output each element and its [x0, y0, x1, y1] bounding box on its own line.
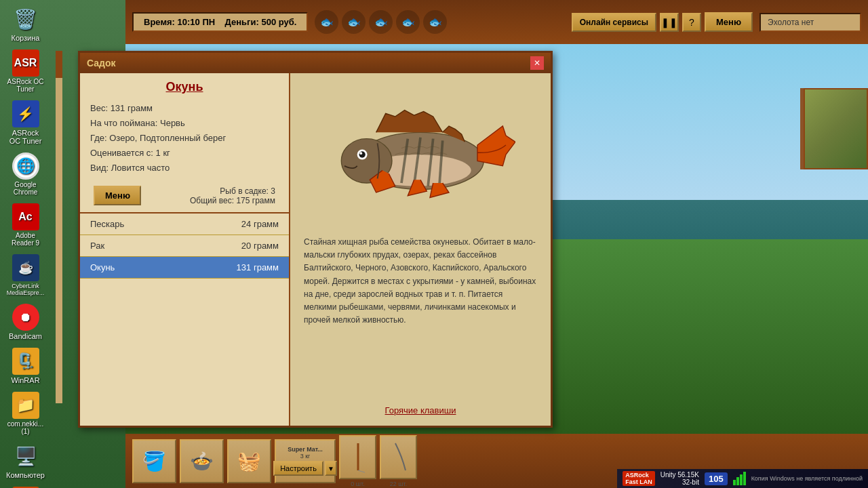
fish-list-item-2[interactable]: Окунь 131 грамм [80, 257, 289, 279]
setup-button[interactable]: Настроить [273, 461, 323, 476]
dropdown-button[interactable]: ▼ [325, 461, 337, 476]
sadok-left-panel: Окунь Вес: 131 грамм На что поймана: Чер… [80, 73, 290, 426]
type-label: Вид: [90, 163, 108, 173]
game-info-box: Время: 10:10 ПН Деньги: 500 руб. [132, 12, 308, 32]
desktop-icon-asrockboot[interactable]: ⚡ ASRockInstantBoot [3, 485, 47, 488]
windows-notice: Копия Windows не является подлинной [751, 475, 863, 482]
tray-network: Unity 56.15K 32-bit [660, 471, 699, 486]
desktop: 🗑️ Корзина ASR ASRock OCTuner ⚡ ASRock O… [0, 0, 868, 488]
bait-value: Червь [160, 118, 185, 128]
desktop-icon-adobe[interactable]: Ac AdobeReader 9 [3, 201, 47, 249]
total-weight-value: 175 грамм [236, 196, 275, 205]
bar1 [733, 480, 736, 485]
fish-list-item-1[interactable]: Рак 20 грамм [80, 235, 289, 257]
bait-icon-4[interactable]: 🐟 [396, 10, 420, 34]
bucket-slot[interactable]: 🪣 [132, 439, 176, 483]
scroll-thumb[interactable] [56, 51, 62, 78]
fish-item-weight-0: 24 грамм [241, 219, 279, 229]
location-value: Озеро, Подтопленный берег [109, 133, 226, 143]
money-label: Деньги: [225, 17, 259, 27]
money-value: 500 руб. [261, 17, 296, 27]
bar3 [740, 474, 743, 485]
tray-speed: Unity 56.15K [660, 471, 699, 479]
desktop-icon-computer[interactable]: 🖥️ Компьютер [3, 441, 47, 481]
fish-location-line: Где: Озеро, Подтопленный берег [90, 131, 279, 146]
rod1-slot[interactable] [339, 435, 376, 479]
bait-icon-1[interactable]: 🐟 [315, 10, 338, 34]
type-value: Ловится часто [111, 163, 170, 173]
desktop-icons: 🗑️ Корзина ASR ASRock OCTuner ⚡ ASRock O… [0, 0, 51, 488]
desktop-icon-cyberlink[interactable]: ☕ CyberLinkMediaEspre... [3, 252, 47, 298]
sadok-right-panel: Стайная хищная рыба семейства окуневых. … [290, 73, 551, 426]
sadok-content: Окунь Вес: 131 грамм На что поймана: Чер… [80, 73, 551, 426]
desktop-icon-asrock[interactable]: ASR ASRock OCTuner [3, 47, 47, 95]
super-label: Super Мат... [288, 446, 323, 453]
fish-count-value: 3 [271, 186, 275, 196]
desktop-icon-winrar[interactable]: 🗜️ WinRAR [3, 346, 47, 386]
fish-bait-line: На что поймана: Червь [90, 116, 279, 131]
fish-weight-line: Вес: 131 грамм [90, 101, 279, 116]
total-weight-line: Общий вес: 175 грамм [190, 196, 275, 205]
sadok-dialog: Садок ✕ Окунь Вес: 131 грамм На что пойм… [78, 51, 553, 428]
fish-item-name-0: Пескарь [90, 219, 124, 229]
fish-count-line: Рыб в садке: 3 [190, 186, 275, 196]
fish-item-weight-2: 131 грамм [237, 262, 279, 272]
toolbar-basket: 🧺 [227, 439, 271, 483]
fish-name: Окунь [80, 73, 289, 98]
pause-button[interactable]: ❚❚ [660, 13, 679, 32]
fish-type-line: Вид: Ловится часто [90, 161, 279, 176]
fish-image [326, 94, 515, 216]
echo-box: Эхолота нет [760, 13, 861, 32]
desktop-icon-basket[interactable]: 🗑️ Корзина [3, 3, 47, 44]
bait-icon-5[interactable]: 🐟 [423, 10, 447, 34]
desktop-icon-bandicam[interactable]: ⏺ Bandicam [3, 302, 47, 342]
tray-counter: 105 [705, 472, 728, 485]
fish-price-line: Оценивается с: 1 кг [90, 146, 279, 161]
game-topbar: Время: 10:10 ПН Деньги: 500 руб. 🐟 🐟 🐟 🐟… [125, 0, 868, 44]
rod2-slot[interactable] [380, 435, 417, 479]
location-label: Где: [90, 133, 107, 143]
weight-value: 131 грамм [111, 103, 153, 113]
fish-info: Вес: 131 грамм На что поймана: Червь Где… [80, 98, 289, 179]
fish-description: Стайная хищная рыба семейства окуневых. … [297, 229, 544, 402]
map-thumbnail[interactable] [804, 88, 868, 169]
desktop-icon-folder[interactable]: 📁 com.nekki...(1) [3, 390, 47, 437]
game-control-buttons: Онлайн сервисы ❚❚ ? Меню [572, 12, 753, 32]
bar4 [743, 472, 746, 485]
svg-point-10 [359, 151, 365, 157]
online-services-button[interactable]: Онлайн сервисы [572, 13, 656, 32]
desktop-icon-chrome[interactable]: 🌐 GoogleChrome [3, 150, 47, 198]
echo-text: Эхолота нет [768, 18, 814, 27]
fish-stats: Рыб в садке: 3 Общий вес: 175 грамм [183, 183, 282, 209]
desktop-icon-xfast[interactable]: ⚡ ASRock OC Tuner [3, 98, 47, 147]
weight-label: Вес: [90, 103, 108, 113]
fish-list-item-0[interactable]: Пескарь 24 грамм [80, 214, 289, 235]
fish-menu-button[interactable]: Меню [94, 186, 141, 205]
bait-icon-2[interactable]: 🐟 [342, 10, 366, 34]
super-sub: 3 кг [300, 453, 311, 460]
svg-point-11 [359, 152, 362, 155]
bait-icon-3[interactable]: 🐟 [369, 10, 393, 34]
fish-desc-text: Стайная хищная рыба семейства окуневых. … [304, 237, 536, 325]
main-menu-button[interactable]: Меню [705, 12, 753, 32]
toolbar-bucket: 🪣 [132, 439, 176, 483]
rod1-icon [344, 440, 372, 474]
super-slot[interactable]: Super Мат... 3 кг Настроить ▼ [275, 439, 336, 483]
help-button[interactable]: ? [682, 13, 701, 32]
svg-line-1 [358, 470, 365, 472]
bait-label: На что поймана: [90, 118, 157, 128]
bowl-slot[interactable]: 🍲 [180, 439, 224, 483]
toolbar-bowl: 🍲 [180, 439, 224, 483]
sadok-close-button[interactable]: ✕ [530, 56, 544, 70]
time-value: 10:10 ПН [178, 17, 216, 27]
fish-count-label: Рыб в садке: [220, 186, 269, 196]
asrock-tray: ASRockFast LAN [623, 471, 655, 486]
rod1-count: 0 шт. [351, 481, 364, 487]
hotkeys-link[interactable]: Горячие клавиши [378, 402, 463, 419]
system-tray: ASRockFast LAN Unity 56.15K 32-bit 105 К… [617, 469, 868, 488]
price-value: 1 кг [156, 148, 170, 158]
basket-slot[interactable]: 🧺 [227, 439, 271, 483]
fish-item-weight-1: 20 грамм [241, 241, 279, 251]
network-bars [733, 472, 746, 485]
scroll-indicator[interactable] [56, 51, 62, 403]
